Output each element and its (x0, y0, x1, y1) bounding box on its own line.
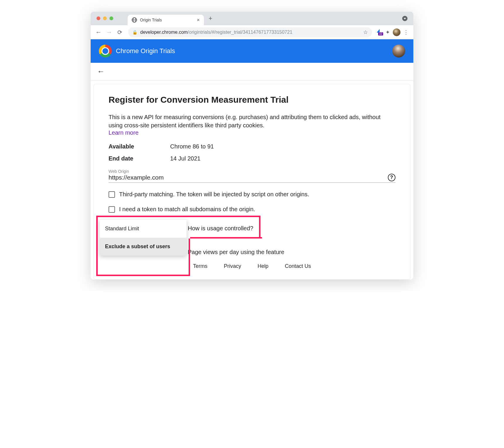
checkbox-icon[interactable] (109, 191, 115, 198)
maximize-window-button[interactable] (109, 16, 113, 20)
profile-avatar-small[interactable] (393, 28, 400, 36)
footer-links: Terms Privacy Help Contact Us (109, 256, 395, 273)
url-path: /origintrials/#/register_trial/341147671… (188, 30, 292, 35)
browser-tab[interactable]: Origin Trials × (128, 15, 204, 25)
window-controls (97, 16, 113, 20)
annotation-highlight (190, 237, 262, 239)
tab-title: Origin Trials (140, 18, 162, 22)
checkbox-subdomains[interactable]: I need a token to match all subdomains o… (109, 206, 395, 213)
web-origin-label: Web Origin (109, 169, 395, 174)
footer-privacy[interactable]: Privacy (224, 263, 241, 269)
usage-subtext: Page views per day using the feature (188, 249, 395, 256)
subheader: ← (91, 63, 413, 80)
bookmark-star-icon[interactable]: ☆ (363, 29, 368, 35)
chrome-logo-icon (99, 45, 112, 58)
web-origin-input[interactable]: https://example.com (109, 174, 388, 181)
footer-terms[interactable]: Terms (193, 263, 207, 269)
available-label: Available (109, 143, 170, 150)
extension-flag-icon (377, 29, 380, 33)
footer-contact[interactable]: Contact Us (285, 263, 311, 269)
checkbox-subdomains-label: I need a token to match all subdomains o… (119, 206, 255, 213)
dropdown-option-standard[interactable]: Standard Limit (100, 220, 187, 238)
browser-toolbar: ← → ⟳ 🔒 developer.chrome.com/origintrial… (91, 25, 413, 39)
help-icon[interactable]: ? (388, 174, 395, 181)
page-title: Register for Conversion Measurement Tria… (109, 95, 395, 105)
usage-question-link[interactable]: How is usage controlled? (188, 225, 395, 232)
tab-strip: Origin Trials × + (91, 12, 413, 25)
reload-button[interactable]: ⟳ (115, 28, 124, 37)
new-tab-button[interactable]: + (209, 15, 212, 22)
page-description: This is a new API for measuring conversi… (109, 113, 395, 129)
tab-search-button[interactable] (402, 16, 407, 21)
back-button[interactable]: ← (94, 28, 103, 37)
dropdown-option-exclude[interactable]: Exclude a subset of users (100, 238, 187, 256)
end-date-value: 14 Jul 2021 (170, 155, 200, 162)
checkbox-icon[interactable] (109, 206, 115, 213)
content-card: Register for Conversion Measurement Tria… (94, 84, 410, 280)
extensions-puzzle-icon[interactable]: ✦ (385, 29, 390, 35)
app-header-title: Chrome Origin Trials (116, 47, 175, 55)
globe-icon (132, 17, 137, 23)
close-tab-button[interactable]: × (197, 17, 200, 23)
checkbox-third-party-label: Third-party matching. The token will be … (119, 191, 309, 198)
app-header: Chrome Origin Trials (91, 39, 413, 63)
browser-window: Origin Trials × + ← → ⟳ 🔒 developer.chro… (91, 12, 413, 280)
minimize-window-button[interactable] (103, 16, 107, 20)
chrome-menu-button[interactable]: ⋮ (403, 29, 408, 35)
lock-icon: 🔒 (132, 30, 137, 35)
learn-more-link[interactable]: Learn more (109, 129, 138, 136)
end-date-label: End date (109, 155, 170, 162)
web-origin-field: Web Origin https://example.com ? (109, 169, 395, 183)
forward-button[interactable]: → (105, 28, 114, 37)
info-table: Available Chrome 86 to 91 End date 14 Ju… (109, 143, 395, 162)
url-host: developer.chrome.com (140, 30, 188, 35)
usage-restriction-area: How is usage controlled? Standard Limit … (109, 225, 395, 256)
close-window-button[interactable] (97, 16, 100, 20)
checkbox-third-party[interactable]: Third-party matching. The token will be … (109, 191, 395, 198)
profile-avatar-large[interactable] (392, 45, 405, 58)
extension-badge-count: 32 (378, 32, 383, 35)
info-row-available: Available Chrome 86 to 91 (109, 143, 395, 150)
footer-help[interactable]: Help (258, 263, 268, 269)
extension-area: 32 ✦ ⋮ (376, 28, 410, 36)
address-bar[interactable]: 🔒 developer.chrome.com/origintrials/#/re… (128, 27, 372, 37)
usage-dropdown[interactable]: Standard Limit Exclude a subset of users (100, 220, 187, 256)
info-row-end-date: End date 14 Jul 2021 (109, 155, 395, 162)
page-back-button[interactable]: ← (97, 67, 105, 76)
extension-badge[interactable]: 32 (376, 30, 383, 35)
available-value: Chrome 86 to 91 (170, 143, 214, 150)
